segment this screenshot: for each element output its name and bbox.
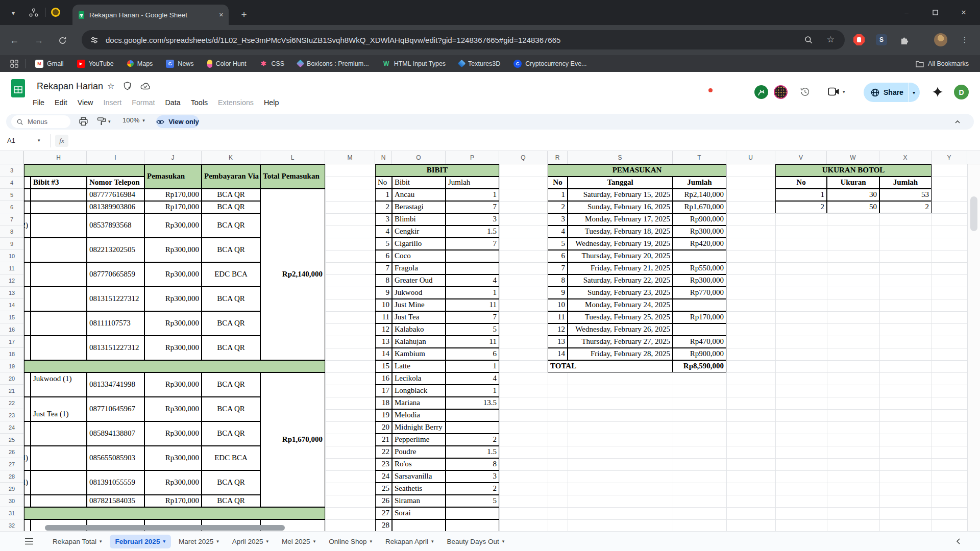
window-minimize-button[interactable]: –: [896, 6, 917, 18]
row-header-20[interactable]: 20: [0, 372, 23, 385]
bookmark-gmail[interactable]: MGmail: [35, 60, 64, 68]
vertical-scrollbar[interactable]: [967, 164, 980, 531]
sales-bibit-cell[interactable]: [31, 446, 87, 470]
sheet-tab-maret-2025[interactable]: Maret 2025▾: [173, 535, 225, 548]
pinned-tab-favicon[interactable]: [51, 8, 60, 17]
row-header-7[interactable]: 7: [0, 213, 23, 226]
botol-header-no[interactable]: No: [775, 177, 827, 189]
formula-input[interactable]: [77, 135, 970, 147]
pemasukan-no-cell[interactable]: 14: [548, 348, 568, 360]
sales-g-spill[interactable]: [24, 336, 31, 360]
pemasukan-date-cell[interactable]: Thursday, February 27, 2025: [568, 336, 673, 348]
botol-header-size[interactable]: Ukuran: [827, 177, 879, 189]
bibit-qty-cell[interactable]: 2: [446, 483, 499, 495]
bibit-no-cell[interactable]: 12: [375, 323, 392, 336]
sales-via-cell[interactable]: BCA QR: [202, 311, 260, 336]
pemasukan-date-cell[interactable]: Friday, February 21, 2025: [568, 262, 673, 274]
column-header-U[interactable]: U: [726, 151, 775, 164]
paint-format-button[interactable]: ▾: [97, 117, 111, 126]
bibit-no-cell[interactable]: 28: [375, 519, 392, 531]
row-header-28[interactable]: 28: [0, 470, 23, 483]
bibit-no-cell[interactable]: 23: [375, 458, 392, 470]
bookmark-color-hunt[interactable]: Color Hunt: [207, 60, 247, 68]
bibit-name-cell[interactable]: Longblack: [392, 385, 446, 397]
cloud-saved-icon[interactable]: [140, 82, 151, 90]
column-header-M[interactable]: M: [325, 151, 375, 164]
bibit-qty-cell[interactable]: [446, 409, 499, 421]
sales-amount-cell[interactable]: Rp300,000: [144, 446, 202, 470]
botol-no-cell[interactable]: 2: [775, 201, 827, 213]
row-header-10[interactable]: 10: [0, 250, 23, 262]
bibit-name-cell[interactable]: Pepperlime: [392, 434, 446, 446]
bookmark-css[interactable]: ✱CSS: [259, 60, 284, 68]
row-header-13[interactable]: 13: [0, 287, 23, 299]
sales-bibit-cell[interactable]: Just Tea (1): [31, 397, 87, 421]
bibit-name-cell[interactable]: Just Tea: [392, 311, 446, 323]
view-only-chip[interactable]: View only: [156, 115, 199, 128]
bibit-title[interactable]: BIBIT: [375, 164, 499, 177]
bibit-qty-cell[interactable]: 1.5: [446, 446, 499, 458]
pemasukan-amount-cell[interactable]: [673, 323, 726, 336]
pemasukan-no-cell[interactable]: 11: [548, 311, 568, 323]
name-box[interactable]: A1: [7, 137, 15, 144]
sheet-tab-online-shop[interactable]: Online Shop▾: [323, 535, 378, 548]
sheet-tab-caret[interactable]: ▾: [216, 539, 219, 544]
sales-bibit-cell[interactable]: [31, 495, 87, 507]
pemasukan-amount-cell[interactable]: Rp770,000: [673, 287, 726, 299]
row-header-4[interactable]: 4: [0, 177, 23, 189]
sales-bibit-cell[interactable]: [31, 262, 87, 287]
sales-via-cell[interactable]: BCA QR: [202, 397, 260, 421]
bibit-qty-cell[interactable]: 1: [446, 360, 499, 372]
fx-icon[interactable]: fx: [55, 135, 68, 147]
extensions-puzzle-icon[interactable]: [899, 35, 910, 45]
row-header-26[interactable]: 26: [0, 446, 23, 458]
bibit-qty-cell[interactable]: [446, 507, 499, 519]
bibit-name-cell[interactable]: Kalabako: [392, 323, 446, 336]
pemasukan-header-date[interactable]: Tanggal: [568, 177, 673, 189]
tab-groups-icon[interactable]: [29, 8, 39, 18]
sales-separator-band[interactable]: [24, 507, 325, 519]
botol-qty-cell[interactable]: 53: [879, 189, 932, 201]
bibit-qty-cell[interactable]: 3: [446, 213, 499, 226]
column-header-S[interactable]: S: [568, 151, 673, 164]
botol-qty-cell[interactable]: 2: [879, 201, 932, 213]
bibit-name-cell[interactable]: Seathetis: [392, 483, 446, 495]
row-header-32[interactable]: 32: [0, 519, 23, 531]
bibit-name-cell[interactable]: Ancau: [392, 189, 446, 201]
bookmark-boxicons-premium[interactable]: Boxicons : Premium...: [298, 60, 369, 67]
bibit-no-cell[interactable]: 10: [375, 299, 392, 311]
bibit-no-cell[interactable]: 26: [375, 495, 392, 507]
sheet-tab-beauty-days-out[interactable]: Beauty Days Out▾: [442, 535, 510, 548]
pemasukan-total-value[interactable]: Rp8,590,000: [673, 360, 726, 372]
botol-size-cell[interactable]: 30: [827, 189, 879, 201]
bibit-qty-cell[interactable]: 7: [446, 238, 499, 250]
sales-g-spill[interactable]: [24, 238, 31, 262]
bibit-no-cell[interactable]: 19: [375, 409, 392, 421]
botol-size-cell[interactable]: 50: [827, 201, 879, 213]
sales-header-pemasukan[interactable]: Pemasukan: [144, 164, 202, 189]
select-all-corner[interactable]: [0, 151, 24, 164]
sales-bibit-cell[interactable]: Jukwood (1): [31, 372, 87, 397]
bibit-no-cell[interactable]: 8: [375, 274, 392, 287]
sales-g-spill[interactable]: [24, 495, 31, 507]
bibit-qty-cell[interactable]: 1: [446, 385, 499, 397]
bibit-qty-cell[interactable]: 8: [446, 458, 499, 470]
bookmark-textures3d[interactable]: Textures3D: [459, 60, 500, 67]
sheet-tab-caret[interactable]: ▾: [313, 539, 316, 544]
pemasukan-date-cell[interactable]: Saturday, February 22, 2025: [568, 274, 673, 287]
back-button[interactable]: ←: [8, 35, 20, 46]
pemasukan-amount-cell[interactable]: Rp300,000: [673, 274, 726, 287]
all-sheets-hamburger-icon[interactable]: [24, 538, 34, 545]
row-header-27[interactable]: 27: [0, 458, 23, 470]
pemasukan-no-cell[interactable]: 9: [548, 287, 568, 299]
bibit-no-cell[interactable]: 20: [375, 421, 392, 434]
zoom-page-icon[interactable]: [804, 35, 813, 44]
sales-header-via[interactable]: Pembayaran Via: [202, 164, 260, 189]
row-header-3[interactable]: 3: [0, 164, 23, 177]
sales-amount-cell[interactable]: Rp300,000: [144, 421, 202, 446]
row-header-22[interactable]: 22: [0, 397, 23, 409]
horizontal-scrollbar-thumb[interactable]: [45, 525, 285, 531]
collaborator-avatar-1[interactable]: [754, 85, 768, 99]
bibit-name-cell[interactable]: Cengkir: [392, 226, 446, 238]
sales-amount-cell[interactable]: Rp300,000: [144, 397, 202, 421]
